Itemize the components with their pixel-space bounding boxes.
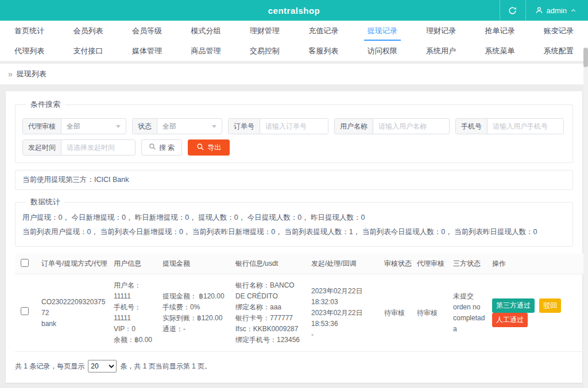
pagination-suffix: 条，共 1 页当前显示第 1 页。 xyxy=(120,362,211,371)
tab-product-manage[interactable]: 商品管理 xyxy=(176,41,235,61)
third-status-cell: 未提交 orden no completada xyxy=(450,274,489,352)
refresh-icon xyxy=(508,6,517,15)
export-search-icon xyxy=(196,143,204,153)
tab-system-users[interactable]: 系统用户 xyxy=(412,41,470,61)
filter-row-2: 发起时间 搜 索 导出 xyxy=(22,139,566,156)
order-no-input[interactable] xyxy=(260,119,328,134)
amount-cell: 提现金额： ฿120.00 手续费：0% 实际到账：฿120.00 通道：- xyxy=(159,274,232,352)
search-fieldset: 条件搜索 代理审核 全部 状态 全部 订单号 xyxy=(15,99,573,163)
search-button[interactable]: 搜 索 xyxy=(141,139,182,156)
phone-filter: 手机号 xyxy=(455,118,564,134)
table-row: CO2302220932037572 bank 用户名：11111 手机号：11… xyxy=(15,274,585,352)
agent-audit-value: 全部 xyxy=(67,122,80,131)
bank-info-cell: 银行名称：BANCO DE CRÉDITO 绑定名称：aaa 银行卡号：7777… xyxy=(232,274,308,352)
tab-trade-control[interactable]: 交易控制 xyxy=(235,41,294,61)
tab-finance-manage[interactable]: 理财管理 xyxy=(235,21,294,41)
status-label: 状态 xyxy=(133,119,157,134)
stats-fieldset: 数据统计 用户提现：0， 今日新增提现：0， 昨日新增提现：0， 提现人数：0，… xyxy=(15,197,573,247)
tab-withdraw-records[interactable]: 提现记录 xyxy=(353,21,411,41)
breadcrumb: » 提现列表 xyxy=(0,64,588,84)
status-select[interactable]: 全部 xyxy=(157,119,222,134)
nav-row-2: 代理列表 支付接口 媒体管理 商品管理 交易控制 客服列表 访问权限 系统用户 … xyxy=(0,41,588,61)
col-header-user-info: 用户信息 xyxy=(110,254,159,274)
tab-grab-order-records[interactable]: 抢单记录 xyxy=(470,21,529,41)
col-header-time: 发起/处理/回调 xyxy=(308,254,381,274)
content-panel: 条件搜索 代理审核 全部 状态 全部 订单号 xyxy=(6,91,582,383)
chevron-up-icon xyxy=(570,7,577,14)
pagination: 共 1 条记录，每页显示 20 条，共 1 页当前显示第 1 页。 xyxy=(15,352,573,374)
withdraw-method: bank xyxy=(41,319,107,329)
chevron-down-icon xyxy=(212,125,216,128)
tab-mode-group[interactable]: 模式分组 xyxy=(176,21,235,41)
col-header-actions: 操作 xyxy=(489,254,585,274)
start-time-input[interactable] xyxy=(61,140,135,155)
col-header-third-status: 三方状态 xyxy=(450,254,489,274)
search-legend: 条件搜索 xyxy=(26,99,65,110)
topbar: centralshop admin xyxy=(0,0,588,21)
order-no: CO2302220932037572 xyxy=(41,297,107,319)
agent-audit-badge: 待审核 xyxy=(417,309,438,317)
table-header-row: 订单号/提现方式/代理 用户信息 提现金额 银行信息/usdt 发起/处理/回调… xyxy=(15,254,585,274)
page-size-select[interactable]: 20 xyxy=(88,360,117,373)
breadcrumb-marker-icon: » xyxy=(8,69,13,79)
phone-label: 手机号 xyxy=(456,119,488,134)
tab-agent-list[interactable]: 代理列表 xyxy=(0,41,59,61)
order-no-label: 订单号 xyxy=(229,119,260,134)
stats-line-2: 当前列表用户提现：0， 当前列表今日新增提现：0， 当前列表昨日新增提现：0， … xyxy=(22,225,566,239)
col-header-amount: 提现金额 xyxy=(159,254,232,274)
tab-access-permission[interactable]: 访问权限 xyxy=(353,41,411,61)
phone-input[interactable] xyxy=(488,119,563,134)
audit-status-badge: 待审核 xyxy=(384,309,405,317)
order-no-filter: 订单号 xyxy=(228,118,328,134)
topbar-actions: admin xyxy=(500,0,588,21)
tab-payment-api[interactable]: 支付接口 xyxy=(59,41,117,61)
tab-member-list[interactable]: 会员列表 xyxy=(59,21,117,41)
username-filter-label: 用户名称 xyxy=(335,119,373,134)
user-icon xyxy=(535,6,543,14)
time-cell: 2023年02月22日 18:32:03 2023年02月22日 18:53:3… xyxy=(308,274,381,352)
agent-audit-filter: 代理审核 全部 xyxy=(22,118,126,134)
order-cell: CO2302220932037572 bank xyxy=(38,274,110,352)
status-filter: 状态 全部 xyxy=(132,118,222,134)
username-input[interactable] xyxy=(373,119,449,134)
user-menu[interactable]: admin xyxy=(526,0,588,21)
user-info-cell: 用户名：11111 手机号：11111 VIP：0 余额：฿0.00 xyxy=(110,274,159,352)
scrollbar-thumb[interactable] xyxy=(583,48,588,67)
actions-cell: 第三方通过 驳回 人工通过 xyxy=(489,274,585,352)
tab-finance-records[interactable]: 理财记录 xyxy=(412,21,470,41)
agent-audit-select[interactable]: 全部 xyxy=(61,119,126,134)
col-header-order: 订单号/提现方式/代理 xyxy=(38,254,110,274)
tab-recharge-records[interactable]: 充值记录 xyxy=(294,21,353,41)
tab-account-change-records[interactable]: 账变记录 xyxy=(529,21,588,41)
manual-approve-button[interactable]: 人工通过 xyxy=(492,313,528,327)
pagination-prefix: 共 1 条记录，每页显示 xyxy=(15,362,84,371)
third-party-notice-text: 当前使用提现第三方：ICICI Bank xyxy=(22,176,129,184)
refresh-button[interactable] xyxy=(500,0,526,21)
tab-member-level[interactable]: 会员等级 xyxy=(118,21,176,41)
tab-home-stats[interactable]: 首页统计 xyxy=(0,21,59,41)
row-checkbox[interactable] xyxy=(21,307,29,315)
col-header-bank-info: 银行信息/usdt xyxy=(232,254,308,274)
breadcrumb-title: 提现列表 xyxy=(17,69,47,79)
username-filter: 用户名称 xyxy=(334,118,450,134)
main-nav: 首页统计 会员列表 会员等级 模式分组 理财管理 充值记录 提现记录 理财记录 … xyxy=(0,21,588,61)
username-label: admin xyxy=(547,6,567,15)
reject-button[interactable]: 驳回 xyxy=(539,298,561,313)
tab-system-config[interactable]: 系统配置 xyxy=(529,41,588,61)
scrollbar[interactable] xyxy=(583,48,588,388)
nav-row-1: 首页统计 会员列表 会员等级 模式分组 理财管理 充值记录 提现记录 理财记录 … xyxy=(0,21,588,41)
stats-line-1: 用户提现：0， 今日新增提现：0， 昨日新增提现：0， 提现人数：0， 今日提现… xyxy=(22,211,566,225)
search-icon xyxy=(149,143,156,152)
start-time-filter: 发起时间 xyxy=(22,139,136,156)
export-button[interactable]: 导出 xyxy=(188,139,230,156)
tab-customer-service-list[interactable]: 客服列表 xyxy=(294,41,353,61)
third-party-approve-button[interactable]: 第三方通过 xyxy=(492,298,535,313)
tab-system-menu[interactable]: 系统菜单 xyxy=(470,41,529,61)
filter-row-1: 代理审核 全部 状态 全部 订单号 xyxy=(22,118,566,134)
stats-legend: 数据统计 xyxy=(26,197,65,207)
tab-media-manage[interactable]: 媒体管理 xyxy=(118,41,176,61)
select-all-checkbox[interactable] xyxy=(21,259,29,267)
status-value: 全部 xyxy=(163,122,176,131)
third-party-notice: 当前使用提现第三方：ICICI Bank xyxy=(15,170,573,190)
start-time-label: 发起时间 xyxy=(23,140,61,155)
